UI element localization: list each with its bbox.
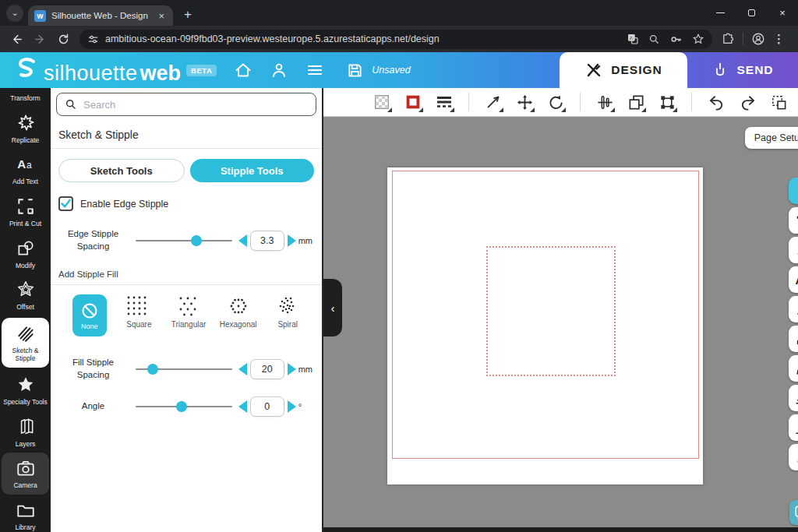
fill-spacing-slider[interactable]	[136, 368, 232, 370]
edge-spacing-input[interactable]	[250, 231, 284, 251]
reload-button[interactable]	[53, 29, 73, 49]
move-button[interactable]	[514, 92, 535, 112]
zoom-icon[interactable]	[648, 33, 660, 45]
minimize-button[interactable]	[704, 0, 736, 26]
sidebar-item-add-text[interactable]: Aa Add Text	[2, 149, 49, 191]
decrement-arrow[interactable]	[238, 234, 247, 247]
sidebar-item-offset[interactable]: Offset	[2, 274, 49, 316]
close-button[interactable]: ×	[767, 0, 798, 26]
slider-thumb[interactable]	[176, 401, 187, 412]
select-tool-button[interactable]	[789, 178, 798, 204]
angle-input[interactable]	[250, 396, 284, 417]
browser-titlebar: ⌄ w Silhouette Web - Design × + ×	[0, 0, 798, 26]
restore-button[interactable]	[736, 0, 767, 26]
home-button[interactable]	[234, 61, 252, 79]
stipple-tools-button[interactable]: Stipple Tools	[190, 159, 315, 182]
app-logo[interactable]: silhouette web BETA	[14, 55, 217, 86]
tab-close-icon[interactable]: ×	[156, 10, 167, 22]
page-setup-button[interactable]: Page Setup	[745, 127, 798, 149]
panel-collapse-handle[interactable]: ‹	[323, 279, 342, 336]
text-tool-icon: A|	[795, 273, 798, 287]
search-box[interactable]	[56, 93, 316, 116]
draw-tool-button[interactable]	[789, 326, 798, 352]
sketch-tools-button[interactable]: Sketch Tools	[58, 159, 185, 182]
sidebar-item-sketch-stipple[interactable]: Sketch & Stipple	[2, 318, 49, 368]
increment-arrow[interactable]	[288, 234, 296, 247]
eraser-tool-button[interactable]	[789, 385, 798, 411]
slider-thumb[interactable]	[191, 235, 202, 246]
url-text[interactable]: ambitious-ocean-09f9fbd03-preview.westeu…	[105, 33, 620, 44]
feedback-button[interactable]	[789, 500, 798, 525]
canvas-page[interactable]	[387, 167, 703, 484]
search-input[interactable]	[83, 99, 308, 111]
tab-design[interactable]: DESIGN	[560, 52, 687, 88]
rotate-button[interactable]	[546, 92, 566, 112]
transform-bounds-button[interactable]	[657, 92, 677, 112]
selection-dotted-rect[interactable]	[486, 246, 616, 376]
sidebar-item-modify[interactable]: Modify	[2, 233, 49, 275]
url-bar[interactable]: ambitious-ocean-09f9fbd03-preview.westeu…	[79, 30, 712, 49]
dropdown-corner-icon	[499, 107, 503, 112]
align-distribute-button[interactable]	[595, 92, 615, 112]
line-tool-button[interactable]	[789, 296, 798, 322]
sidebar-item-transform[interactable]: Transform	[2, 90, 49, 107]
sketch-pen-tool-button[interactable]	[789, 355, 798, 382]
slider-thumb[interactable]	[147, 364, 158, 375]
profile-icon[interactable]	[751, 32, 765, 46]
decrement-arrow[interactable]	[238, 400, 247, 413]
pattern-hexagonal[interactable]: Hexagonal	[215, 294, 262, 329]
fill-pattern-button[interactable]	[372, 92, 392, 112]
save-button[interactable]	[346, 62, 364, 79]
pattern-triangular[interactable]: Triangular	[165, 294, 212, 329]
redo-button[interactable]	[737, 92, 757, 112]
pattern-none[interactable]: None	[66, 294, 113, 336]
back-button[interactable]	[6, 29, 26, 49]
browser-menu-button[interactable]: ⋮	[773, 32, 785, 46]
spiral-dots-icon	[274, 294, 301, 318]
decrement-arrow[interactable]	[238, 363, 247, 375]
increment-arrow[interactable]	[288, 400, 296, 413]
design-canvas[interactable]: Page Setup	[323, 117, 798, 532]
extensions-icon[interactable]	[722, 33, 735, 46]
pen-icon	[795, 361, 798, 376]
sidebar-item-specialty-tools[interactable]: Specialty Tools	[2, 369, 49, 411]
duplicate-button[interactable]	[626, 92, 646, 112]
main-menu-button[interactable]	[305, 61, 324, 79]
modify-shapes-icon	[16, 238, 36, 259]
sidebar-item-layers[interactable]: Layers	[2, 411, 49, 453]
site-favicon-icon: w	[34, 10, 46, 22]
pattern-square[interactable]: Square	[116, 294, 163, 329]
edge-spacing-slider[interactable]	[136, 240, 232, 241]
fill-spacing-input[interactable]	[250, 359, 284, 379]
sidebar-item-print-cut[interactable]: Print & Cut	[2, 191, 49, 233]
forward-button[interactable]	[30, 29, 50, 49]
angle-slider[interactable]	[136, 406, 232, 407]
text-tool-button[interactable]: A|	[789, 266, 798, 293]
new-tab-button[interactable]: +	[184, 7, 192, 23]
translate-icon[interactable]: A	[627, 33, 639, 45]
enable-edge-stipple-checkbox[interactable]	[58, 196, 73, 211]
password-key-icon[interactable]	[669, 33, 683, 46]
stroke-color-button[interactable]	[403, 92, 423, 112]
edit-points-tool-button[interactable]	[789, 207, 798, 234]
account-button[interactable]	[270, 61, 288, 79]
pattern-label: Spiral	[277, 320, 298, 329]
line-style-button[interactable]	[434, 92, 454, 112]
sidebar-item-library[interactable]: Library	[2, 495, 49, 532]
scale-line-button[interactable]	[483, 92, 503, 112]
segment-node-icon	[794, 242, 798, 258]
calligraphy-tool-button[interactable]	[789, 414, 798, 441]
node-edit-tool-button-disabled	[789, 237, 798, 263]
tab-send[interactable]: SEND	[687, 52, 798, 88]
pattern-spiral[interactable]: Spiral	[264, 294, 311, 329]
increment-arrow[interactable]	[288, 363, 296, 375]
select-all-button[interactable]	[768, 92, 789, 112]
bookmark-star-icon[interactable]	[692, 33, 704, 45]
tab-search-button[interactable]: ⌄	[6, 5, 23, 22]
sidebar-item-replicate[interactable]: Replicate	[2, 107, 49, 150]
replicate-burst-icon	[16, 113, 36, 133]
browser-tab[interactable]: w Silhouette Web - Design ×	[28, 5, 173, 26]
undo-button[interactable]	[706, 92, 726, 112]
sidebar-item-camera[interactable]: Camera	[2, 453, 49, 495]
sidebar-label: Offset	[16, 303, 34, 312]
